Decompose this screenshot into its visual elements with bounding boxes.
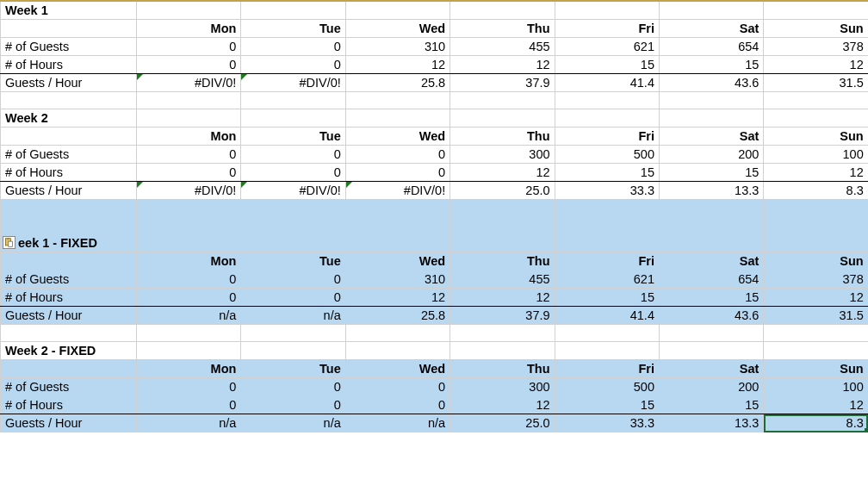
cell[interactable]: 15 [555,289,659,307]
day-header[interactable]: Sat [659,360,763,378]
row-label[interactable]: # of Hours [1,396,137,414]
cell[interactable]: 0 [345,378,450,396]
cell[interactable]: 0 [241,38,345,56]
day-header[interactable]: Mon [137,128,241,146]
cell[interactable]: 0 [241,289,345,307]
cell[interactable]: 0 [137,289,241,307]
row-label[interactable]: # of Hours [1,56,137,74]
row-label[interactable]: # of Hours [1,289,137,307]
cell[interactable]: 0 [241,56,345,74]
cell[interactable]: 12 [450,56,555,74]
day-header[interactable]: Sun [764,20,868,38]
cell[interactable]: 12 [764,56,868,74]
day-header[interactable]: Tue [241,128,345,146]
cell[interactable]: 15 [659,289,763,307]
cell[interactable]: 300 [450,146,555,164]
cell[interactable]: 41.4 [555,307,659,325]
cell[interactable]: 37.9 [450,307,555,325]
day-header[interactable]: Tue [241,360,345,378]
row-label[interactable]: # of Guests [1,38,137,56]
cell[interactable]: 12 [450,164,555,182]
cell-error[interactable]: #DIV/0! [241,182,345,200]
cell-error[interactable]: #DIV/0! [241,74,345,92]
cell[interactable]: 25.0 [450,182,555,200]
cell-error[interactable]: #DIV/0! [137,74,241,92]
cell[interactable]: 31.5 [764,307,868,325]
cell[interactable]: 0 [137,396,241,414]
spreadsheet-grid[interactable]: Week 1 Mon Tue Wed Thu Fri Sat Sun # of … [0,0,868,432]
day-header[interactable]: Thu [450,360,555,378]
row-label[interactable]: Guests / Hour [1,182,137,200]
day-header[interactable]: Wed [345,252,450,271]
row-label[interactable]: Guests / Hour [1,307,137,325]
cell[interactable]: 33.3 [555,182,659,200]
cell[interactable]: 43.6 [659,307,763,325]
cell[interactable]: 13.3 [659,182,763,200]
day-header[interactable]: Sun [764,360,868,378]
cell[interactable]: 500 [555,378,659,396]
cell[interactable]: 8.3 [764,182,868,200]
cell[interactable]: 310 [345,271,450,289]
cell[interactable]: 654 [659,271,763,289]
cell[interactable]: 0 [241,271,345,289]
day-header[interactable]: Fri [555,128,659,146]
cell[interactable]: 15 [659,56,763,74]
day-header[interactable]: Fri [555,252,659,271]
cell[interactable]: 0 [137,271,241,289]
cell[interactable]: 15 [555,56,659,74]
cell[interactable]: 15 [659,396,763,414]
day-header[interactable]: Sat [659,20,763,38]
cell[interactable]: n/a [137,307,241,325]
day-header[interactable]: Tue [241,252,345,271]
cell[interactable]: 12 [764,289,868,307]
cell[interactable]: 43.6 [659,74,763,92]
day-header[interactable]: Sun [764,252,868,271]
cell[interactable]: 100 [764,146,868,164]
cell[interactable]: 12 [450,396,555,414]
cell[interactable]: 0 [137,56,241,74]
week1-fixed-title[interactable]: eek 1 - FIXED [1,234,137,252]
paste-options-icon[interactable] [3,236,16,249]
cell[interactable]: 12 [345,56,450,74]
cell[interactable]: 200 [659,146,763,164]
day-header[interactable]: Sat [659,128,763,146]
row-label[interactable]: # of Guests [1,378,137,396]
cell[interactable]: 621 [555,38,659,56]
row-label[interactable]: # of Hours [1,164,137,182]
day-header[interactable]: Wed [345,20,450,38]
cell[interactable]: 25.8 [345,307,450,325]
cell[interactable]: n/a [241,307,345,325]
cell[interactable]: 15 [659,164,763,182]
day-header[interactable]: Sat [659,252,763,271]
week2-title[interactable]: Week 2 [1,109,137,128]
cell[interactable]: 300 [450,378,555,396]
cell[interactable]: 654 [659,38,763,56]
row-label[interactable]: Guests / Hour [1,414,137,432]
cell[interactable]: 200 [659,378,763,396]
cell[interactable]: 378 [764,38,868,56]
cell[interactable]: n/a [345,414,450,432]
cell[interactable]: 0 [241,164,345,182]
week2-fixed-title[interactable]: Week 2 - FIXED [1,342,137,360]
cell[interactable]: 12 [764,164,868,182]
cell[interactable]: 12 [345,289,450,307]
day-header[interactable]: Mon [137,20,241,38]
cell[interactable]: 0 [345,396,450,414]
cell[interactable]: 500 [555,146,659,164]
cell[interactable]: 12 [450,289,555,307]
day-header[interactable]: Mon [137,360,241,378]
cell[interactable]: 41.4 [555,74,659,92]
cell[interactable]: 0 [241,396,345,414]
day-header[interactable]: Sun [764,128,868,146]
cell[interactable]: 0 [137,378,241,396]
cell[interactable] [137,1,241,20]
cell[interactable]: 455 [450,271,555,289]
day-header[interactable]: Fri [555,360,659,378]
cell[interactable]: 15 [555,164,659,182]
selected-cell[interactable]: 8.3 [764,414,868,432]
day-header[interactable]: Thu [450,20,555,38]
row-label[interactable]: # of Guests [1,271,137,289]
cell[interactable]: 0 [137,38,241,56]
cell[interactable]: 0 [241,146,345,164]
cell[interactable]: 0 [345,164,450,182]
